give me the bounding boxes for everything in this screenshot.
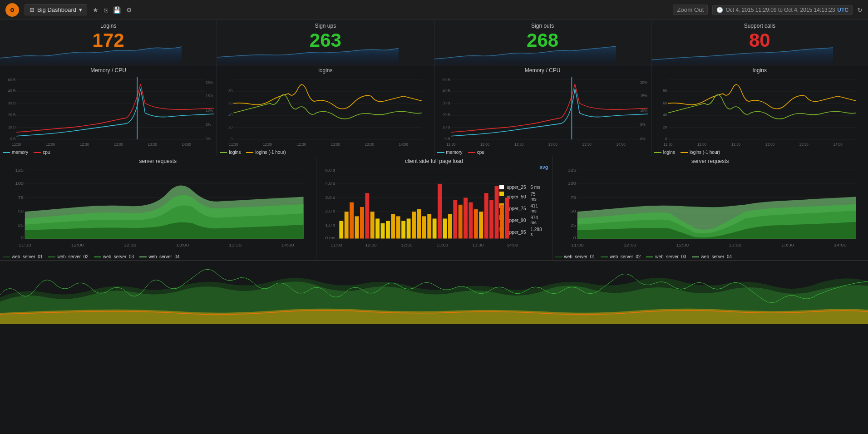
svg-text:30 B: 30 B	[8, 101, 16, 105]
memory-cpu-legend-2: memory cpu	[437, 150, 484, 155]
svg-text:13:30: 13:30	[229, 243, 242, 247]
svg-text:100: 100	[567, 181, 576, 185]
svg-text:14:00: 14:00	[281, 243, 295, 247]
logins-legend-2: logins logins (-1 hour)	[654, 150, 720, 155]
memory-cpu-title-1: Memory / CPU	[3, 67, 214, 74]
svg-text:12:00: 12:00	[623, 243, 636, 247]
svg-text:15%: 15%	[206, 94, 213, 98]
logins-chart-2: logins 0 20 40 60 80 11:30 12:00 12:30 1…	[651, 65, 868, 156]
svg-text:20%: 20%	[640, 81, 648, 85]
memory-cpu-chart-1: Memory / CPU 0 B 10 B 20 B 30 B 40 B 60 …	[0, 65, 217, 156]
stat-support: Support calls 80	[651, 20, 868, 65]
settings-icon[interactable]: ⚙	[126, 6, 132, 14]
svg-text:13:00: 13:00	[548, 143, 557, 147]
dashboard-title[interactable]: ⊞ Big Dashboard ▾	[25, 4, 87, 15]
svg-text:12:30: 12:30	[80, 143, 89, 147]
svg-text:0 B: 0 B	[10, 137, 16, 141]
svg-text:2.0 s: 2.0 s	[325, 209, 335, 213]
svg-text:0%: 0%	[206, 137, 211, 141]
svg-text:12:00: 12:00	[697, 143, 707, 147]
svg-rect-127	[401, 221, 405, 239]
charts-row-1: Memory / CPU 0 B 10 B 20 B 30 B 40 B 60 …	[0, 65, 868, 156]
svg-text:125: 125	[15, 168, 24, 173]
logins-label: Logins	[100, 23, 116, 29]
svg-text:20: 20	[229, 125, 233, 129]
page-load-chart: client side full page load avg upper_256…	[316, 156, 552, 260]
share-icon[interactable]: ⎘	[104, 6, 108, 14]
star-icon[interactable]: ★	[93, 6, 99, 14]
page-load-area: 0 ms 1.0 s 2.0 s 3.0 s 4.0 s 6.0 s	[319, 165, 549, 251]
svg-text:12:00: 12:00	[365, 243, 376, 247]
logins-area-1: 0 20 40 60 80 11:30 12:00 12:30 13:00 13…	[220, 74, 431, 147]
svg-rect-143	[484, 193, 488, 238]
svg-text:14:00: 14:00	[399, 143, 409, 147]
svg-rect-130	[417, 209, 421, 238]
svg-text:13:00: 13:00	[331, 143, 340, 147]
charts-row-2: server requests 0 25 50 75 100 125	[0, 156, 868, 261]
svg-text:13:00: 13:00	[436, 243, 448, 247]
svg-text:11:30: 11:30	[330, 243, 342, 247]
svg-text:75: 75	[570, 195, 576, 199]
svg-rect-122	[375, 218, 380, 238]
svg-text:0: 0	[573, 236, 576, 240]
svg-rect-125	[391, 214, 395, 238]
grafana-logo	[5, 3, 19, 17]
svg-text:11:30: 11:30	[446, 143, 456, 147]
svg-rect-126	[396, 216, 400, 238]
time-range-picker[interactable]: 🕐 Oct 4, 2015 11:29:09 to Oct 4, 2015 14…	[712, 5, 853, 15]
signups-label: Sign ups	[315, 23, 336, 29]
logins-legend-1: logins logins (-1 hour)	[220, 150, 286, 155]
clock-icon: 🕐	[716, 7, 723, 13]
svg-text:13:30: 13:30	[148, 143, 158, 147]
signups-sparkline	[217, 40, 399, 65]
svg-rect-121	[370, 212, 374, 238]
page-load-title: client side full page load	[319, 158, 549, 164]
server-requests-legend-2: web_server_01 web_server_02 web_server_0…	[555, 254, 732, 259]
svg-rect-136	[448, 214, 452, 238]
svg-rect-124	[386, 221, 390, 239]
svg-rect-142	[479, 212, 483, 238]
svg-rect-138	[458, 205, 462, 239]
svg-text:40: 40	[663, 113, 667, 117]
svg-text:0: 0	[231, 137, 233, 141]
svg-rect-144	[489, 200, 493, 239]
svg-rect-115	[339, 221, 343, 239]
svg-text:13:00: 13:00	[176, 243, 189, 247]
svg-text:12:30: 12:30	[400, 243, 412, 247]
memory-cpu-title-2: Memory / CPU	[437, 67, 648, 74]
save-icon[interactable]: 💾	[113, 6, 121, 14]
svg-text:60 B: 60 B	[8, 78, 16, 82]
svg-text:12:00: 12:00	[263, 143, 272, 147]
svg-text:11:30: 11:30	[19, 243, 32, 247]
svg-text:15%: 15%	[640, 94, 648, 98]
signups-value: 263	[310, 31, 341, 50]
svg-text:80: 80	[663, 89, 667, 93]
dropdown-icon: ▾	[79, 6, 82, 13]
refresh-icon[interactable]: ↻	[857, 6, 863, 14]
logins-sparkline	[0, 40, 182, 65]
svg-rect-117	[350, 202, 354, 239]
svg-rect-137	[453, 200, 457, 239]
signouts-label: Sign outs	[531, 23, 554, 29]
support-sparkline	[651, 40, 833, 65]
svg-rect-129	[412, 212, 416, 238]
support-value: 80	[749, 31, 770, 50]
memory-cpu-legend-1: memory cpu	[3, 150, 50, 155]
svg-text:10%: 10%	[206, 108, 213, 112]
server-requests-title-2: server requests	[555, 158, 866, 164]
zoom-out-button[interactable]: Zoom Out	[673, 5, 708, 15]
svg-text:40: 40	[229, 113, 233, 117]
svg-rect-141	[473, 209, 478, 238]
svg-text:13:30: 13:30	[781, 243, 794, 247]
svg-text:20 B: 20 B	[8, 113, 16, 117]
support-label: Support calls	[744, 23, 775, 29]
grid-icon: ⊞	[30, 6, 35, 13]
stat-signouts: Sign outs 268	[434, 20, 651, 65]
svg-text:0 ms: 0 ms	[325, 236, 335, 240]
svg-text:1.0 s: 1.0 s	[325, 223, 335, 227]
svg-text:4.0 s: 4.0 s	[325, 182, 335, 186]
svg-rect-147	[505, 198, 509, 239]
svg-text:60: 60	[663, 101, 667, 105]
stats-row: Logins 172 Sign ups 263 Sign outs 268 Su…	[0, 20, 868, 65]
svg-text:11:30: 11:30	[12, 143, 21, 147]
